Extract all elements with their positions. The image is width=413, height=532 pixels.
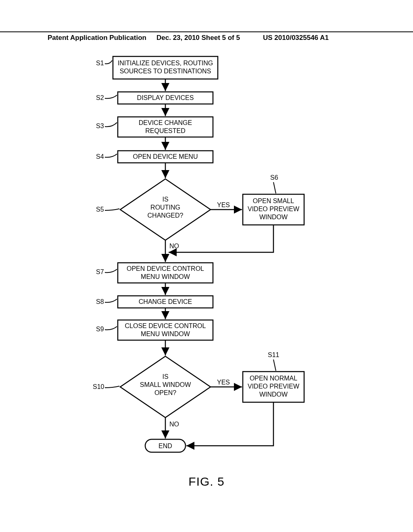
terminator-end-text: END <box>159 443 172 449</box>
decision-s5-line1: IS <box>162 196 168 203</box>
step-s8-line1: CHANGE DEVICE <box>139 298 192 305</box>
flowchart-svg: INITIALIZE DEVICES, ROUTING SOURCES TO D… <box>0 48 413 476</box>
header-date-sheet: Dec. 23, 2010 Sheet 5 of 5 <box>156 34 240 42</box>
step-s6-line1: VIDEO PREVIEW <box>248 206 300 212</box>
decision-s10-line2: SMALL WINDOW <box>140 381 191 388</box>
step-s4-label: S4 <box>96 153 104 160</box>
label-s5-no: NO <box>169 243 179 249</box>
step-s9-line2: MENU WINDOW <box>141 330 190 337</box>
step-s11-label: S11 <box>268 351 280 358</box>
step-s11-line2: WINDOW <box>259 391 288 398</box>
s1-leader <box>105 60 112 64</box>
flowchart-container: INITIALIZE DEVICES, ROUTING SOURCES TO D… <box>0 48 413 477</box>
step-s3-line2: REQUESTED <box>145 127 186 134</box>
step-s11-line0: OPEN NORMAL <box>250 375 297 382</box>
s10-leader <box>105 386 119 388</box>
step-s9-line1: CLOSE DEVICE CONTROL <box>125 322 206 329</box>
step-s7-line1: OPEN DEVICE CONTROL <box>127 265 204 272</box>
step-s3-label: S3 <box>96 123 104 129</box>
figure-caption: FIG. 5 <box>0 475 413 488</box>
s9-leader <box>105 326 117 330</box>
step-s1-line2: SOURCES TO DESTINATIONS <box>120 68 211 75</box>
s11-leader <box>273 360 276 371</box>
step-s7-label: S7 <box>96 268 104 275</box>
step-s3-line1: DEVICE CHANGE <box>139 119 192 126</box>
decision-s10-label: S10 <box>93 383 104 390</box>
arrow-s11-end <box>186 402 273 446</box>
step-s1-line1: INITIALIZE DEVICES, ROUTING <box>118 60 213 66</box>
step-s4-line1: OPEN DEVICE MENU <box>133 153 198 160</box>
header-publication: Patent Application Publication <box>48 34 146 42</box>
s7-leader <box>105 269 117 272</box>
s6-leader <box>273 182 276 193</box>
page-header: Patent Application Publication Dec. 23, … <box>0 31 413 34</box>
decision-s10-line1: IS <box>162 373 168 380</box>
step-s9-label: S9 <box>96 326 104 332</box>
step-s6-line2: WINDOW <box>259 214 288 220</box>
step-s2-line1: DISPLAY DEVICES <box>137 94 194 101</box>
label-s5-yes: YES <box>217 202 230 208</box>
step-s1-label: S1 <box>96 60 104 66</box>
decision-s10-line3: OPEN? <box>154 389 176 396</box>
step-s2-label: S2 <box>96 94 104 101</box>
s2-leader <box>105 95 117 98</box>
step-s7-line2: MENU WINDOW <box>141 273 190 280</box>
s8-leader <box>105 299 117 302</box>
s3-leader <box>105 123 117 127</box>
step-s6-label: S6 <box>270 174 278 181</box>
s5-leader <box>105 209 119 210</box>
decision-s5-line3: CHANGED? <box>148 212 184 219</box>
s4-leader <box>105 154 117 157</box>
arrow-s6-merge <box>169 225 273 252</box>
step-s8-label: S8 <box>96 298 104 305</box>
header-pubnumber: US 2010/0325546 A1 <box>263 34 329 42</box>
decision-s5-label: S5 <box>96 206 104 213</box>
step-s11-line1: VIDEO PREVIEW <box>248 383 300 390</box>
label-s10-yes: YES <box>217 379 230 386</box>
label-s10-no: NO <box>169 421 179 428</box>
decision-s5-line2: ROUTING <box>150 204 180 211</box>
step-s6-line0: OPEN SMALL <box>253 197 294 204</box>
